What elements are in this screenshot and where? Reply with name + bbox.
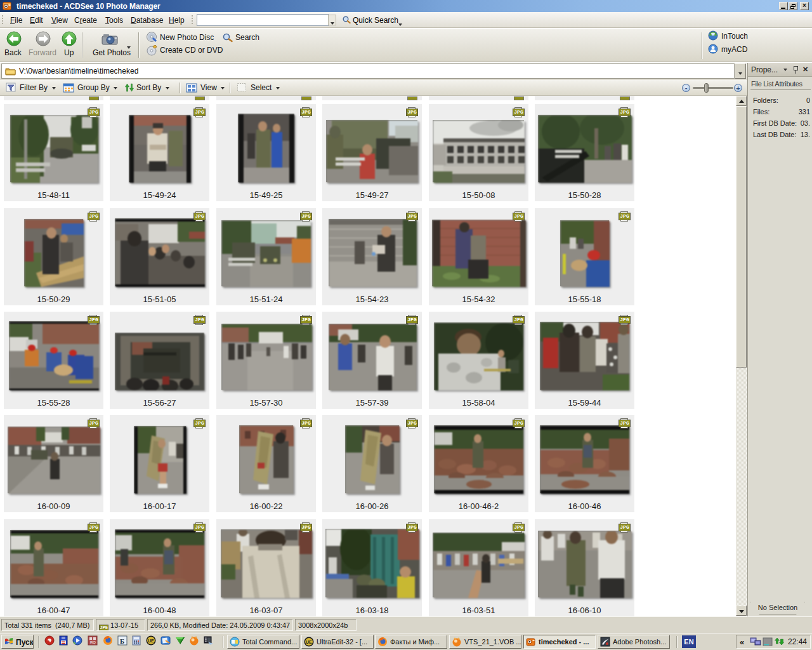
svg-text:Б: Б [120,637,124,645]
svg-text:RQ: RQ [90,640,96,644]
svg-text:UE: UE [306,640,312,644]
svg-text:UE: UE [148,639,154,643]
